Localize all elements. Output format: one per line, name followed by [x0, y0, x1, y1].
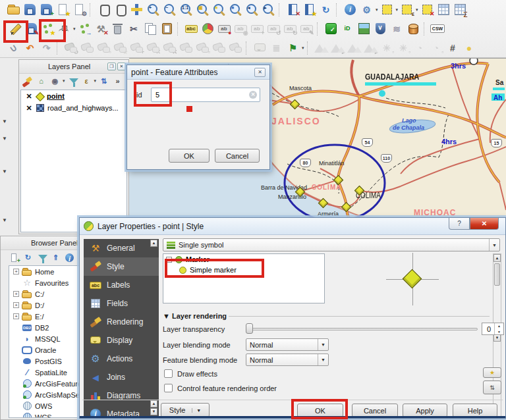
dock-arrow-icon[interactable]: ▼ [2, 136, 7, 142]
osm-id-editor-button[interactable]: iD [340, 21, 355, 36]
effects-options-button[interactable]: ★ [483, 367, 501, 378]
sidebar-item-style[interactable]: Style [84, 257, 159, 276]
zoom-in-button[interactable]: + [146, 2, 161, 17]
grid-tool-button[interactable]: # [445, 40, 461, 55]
transparency-slider-handle[interactable] [246, 323, 253, 334]
style-menu-button[interactable]: Style ▼ [161, 403, 210, 417]
rotate-feature-button[interactable]: ⚒✕ [94, 21, 109, 36]
add-selected-layers-icon[interactable]: + [8, 251, 20, 264]
panel-float-icon[interactable]: ❐ [107, 63, 116, 70]
dock-arrow-icon[interactable]: ▼ [2, 217, 7, 223]
filter-by-expression-icon[interactable]: ε [80, 75, 93, 88]
touch-zoom-button[interactable] [96, 2, 111, 17]
layer-blend-combo[interactable]: Normal ▼ [246, 338, 329, 351]
save-project-as-button[interactable]: + [39, 2, 54, 17]
new-bookmark-button[interactable]: ★ [302, 2, 317, 17]
sidebar-item-diagrams[interactable]: Diagrams [84, 386, 159, 405]
cut-features-button[interactable]: ✂ [126, 21, 142, 36]
new-print-composer-button[interactable]: ★ [55, 2, 70, 17]
select-by-expression-button[interactable]: ε [399, 2, 414, 17]
layer-row-point[interactable]: ✕ point [21, 90, 126, 102]
identify-features-button[interactable] [343, 2, 358, 17]
filter-browser-icon[interactable] [36, 251, 48, 264]
zoom-to-selection-button[interactable]: ■ [211, 2, 227, 17]
panel-close-icon[interactable]: ✕ [117, 63, 126, 70]
paste-features-button[interactable] [159, 21, 175, 36]
rendering-order-button[interactable]: ⇅ [483, 381, 501, 394]
layer-checkbox[interactable]: ✕ [25, 104, 33, 113]
layers-upload-button[interactable]: ≋ [389, 21, 405, 36]
dropdown-caret-icon[interactable]: ▾ [396, 7, 399, 13]
zoom-native-button[interactable]: 1:1 [179, 2, 194, 17]
feature-blend-combo[interactable]: Normal ▼ [246, 354, 329, 366]
sidebar-item-labels[interactable]: Labels [84, 276, 159, 294]
open-project-button[interactable] [6, 2, 21, 17]
transparency-slider[interactable] [246, 328, 478, 330]
collapse-all-icon[interactable]: ⇑ [49, 251, 62, 264]
diagram-options-button[interactable] [200, 21, 215, 36]
transparency-spinbox[interactable]: 0 ▲▼ [482, 323, 504, 335]
deselect-features-button[interactable]: ✕ [420, 2, 435, 17]
zoom-out-button[interactable]: − [162, 2, 177, 17]
tree-expander-icon[interactable]: + [13, 302, 19, 308]
layer-rendering-header[interactable]: ▼ Layer rendering [163, 312, 227, 320]
refresh-browser-icon[interactable]: ↻ [22, 251, 34, 264]
show-bookmarks-button[interactable]: ✕ [285, 2, 300, 17]
properties-dialog-titlebar[interactable]: Layer Properties - point | Style [80, 218, 505, 235]
tree-expander-icon[interactable]: + [13, 269, 19, 275]
scroll-up-icon[interactable]: ▲ [493, 254, 501, 262]
feature-dialog-titlebar[interactable]: point - Feature Attributes ✕ [127, 65, 269, 80]
apply-button[interactable]: Apply [403, 404, 447, 417]
spin-buttons[interactable]: ▲▼ [494, 323, 503, 334]
dock-arrow-icon[interactable]: ▼ [2, 118, 7, 124]
db-manager-button[interactable] [406, 21, 421, 36]
overflow-icon[interactable]: » [111, 75, 124, 88]
layer-checkbox[interactable]: ✕ [25, 92, 33, 101]
layer-name[interactable]: point [47, 92, 65, 100]
open-attribute-table-button[interactable] [436, 2, 451, 17]
raster-plugin-button[interactable] [356, 21, 372, 36]
expand-collapse-icon[interactable]: ⇅ [98, 75, 110, 88]
help-window-button[interactable]: ? [449, 218, 470, 230]
cancel-button[interactable]: Cancel [352, 404, 398, 417]
zoom-full-button[interactable]: ▣ [195, 2, 210, 17]
layer-row-roads[interactable]: ✕ road_and_highways... [21, 102, 126, 114]
field-calculator-button[interactable]: ∑ [453, 2, 468, 17]
dialog-close-icon[interactable]: ✕ [254, 68, 266, 77]
layer-name[interactable]: road_and_highways... [47, 104, 119, 112]
help-button[interactable]: Help [453, 404, 497, 417]
plugin-button[interactable]: ✓ [323, 21, 339, 36]
tree-expander-icon[interactable]: + [13, 291, 19, 297]
feature-cancel-button[interactable]: Cancel [215, 149, 260, 163]
pin-tool-button[interactable]: ● [462, 40, 477, 55]
move-feature-button[interactable]: → [77, 21, 92, 36]
sidebar-item-joins[interactable]: Joins [84, 368, 159, 386]
draw-effects-checkbox[interactable] [164, 369, 173, 378]
shield-plugin-button[interactable] [373, 21, 388, 36]
properties-widget-icon[interactable] [63, 251, 76, 264]
sidebar-scroll-up-icon[interactable]: ▲ [150, 240, 157, 247]
zoom-last-button[interactable]: ◂ [244, 2, 260, 17]
label-settings-button[interactable] [184, 21, 199, 36]
dropdown-caret-icon[interactable]: ▾ [376, 7, 378, 13]
refresh-map-button[interactable]: ↻ [318, 2, 333, 17]
sidebar-scroll-up2-icon[interactable]: ▲ [150, 400, 157, 407]
sidebar-item-actions[interactable]: Actions [84, 350, 159, 368]
clear-field-icon[interactable]: ✕ [249, 91, 257, 99]
flag-tool-button[interactable]: ⚑ [285, 40, 300, 55]
dropdown-caret-icon[interactable]: ▾ [73, 26, 76, 32]
sidebar-item-rendering[interactable]: Rendering [84, 313, 159, 331]
composer-manager-button[interactable]: ⚙ [72, 2, 87, 17]
close-window-button[interactable]: ✕ [470, 218, 499, 230]
dock-arrow-icon[interactable]: ▼ [2, 169, 7, 174]
pan-map-button[interactable] [113, 2, 128, 17]
dropdown-caret-icon[interactable]: ▾ [94, 78, 97, 84]
delete-selected-button[interactable] [110, 21, 125, 36]
run-feature-action-button[interactable]: ⚙ [359, 2, 374, 17]
dropdown-caret-icon[interactable]: ▾ [302, 45, 304, 51]
control-order-checkbox[interactable] [164, 384, 173, 392]
filter-legend-icon[interactable] [67, 75, 79, 88]
sidebar-scroll-down-icon[interactable]: ▼ [150, 408, 157, 415]
scroll-thumb[interactable] [494, 263, 500, 286]
pan-to-selection-button[interactable] [129, 2, 144, 17]
